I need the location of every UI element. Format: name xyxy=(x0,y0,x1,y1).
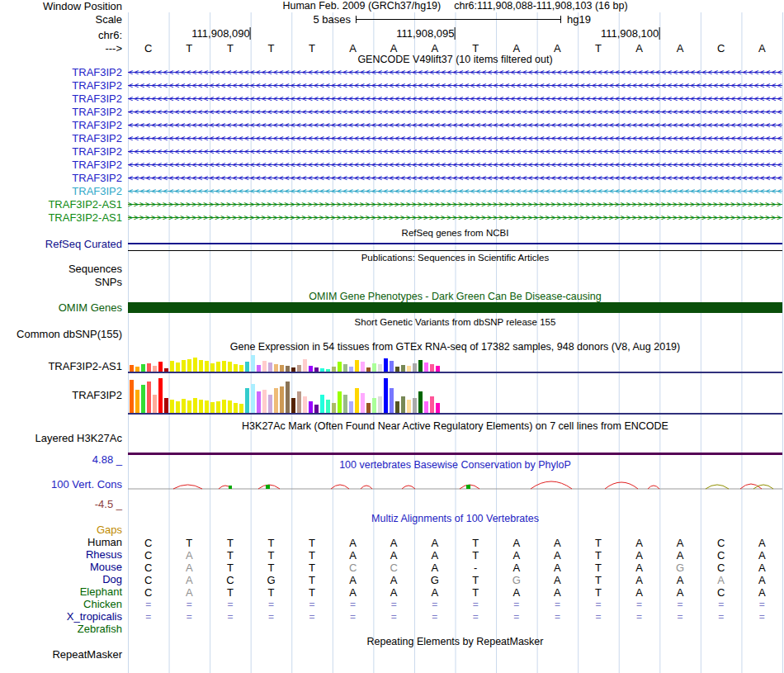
gtex-tissue-bar[interactable] xyxy=(234,403,238,413)
gtex-tissue-bar[interactable] xyxy=(355,388,359,413)
gtex-tissue-bar[interactable] xyxy=(193,358,197,372)
gene-transcript-label[interactable]: TRAF3IP2 xyxy=(0,93,122,105)
gene-transcript-line[interactable]: >>>>>>>>>>>>>>>>>>>>>>>>>>>>>>>>>>>>>>>>… xyxy=(128,211,782,225)
common-dbsnp-label[interactable]: Common dbSNP(155) xyxy=(0,329,122,340)
gene-transcript-label[interactable]: TRAF3IP2 xyxy=(0,120,122,131)
gtex-tissue-bar[interactable] xyxy=(297,365,301,372)
gtex-tissue-bar[interactable] xyxy=(338,391,342,413)
gtex-tissue-bar[interactable] xyxy=(436,403,440,413)
gtex-expression-chart-traf3ip2[interactable] xyxy=(130,376,443,413)
gene-transcript-line[interactable]: <<<<<<<<<<<<<<<<<<<<<<<<<<<<<<<<<<<<<<<<… xyxy=(128,92,782,106)
gene-transcript-label[interactable]: TRAF3IP2-AS1 xyxy=(0,212,122,224)
gtex-tissue-bar[interactable] xyxy=(286,382,290,413)
gtex-tissue-bar[interactable] xyxy=(390,388,394,413)
gtex-tissue-bar[interactable] xyxy=(239,404,243,413)
gtex-tissue-bar[interactable] xyxy=(262,361,267,372)
species-label[interactable]: X_tropicalis xyxy=(0,611,122,623)
gtex-tissue-bar[interactable] xyxy=(147,363,151,372)
gene-transcript-row[interactable]: TRAF3IP2-AS1>>>>>>>>>>>>>>>>>>>>>>>>>>>>… xyxy=(0,211,784,225)
repeatmasker-label[interactable]: RepeatMasker xyxy=(0,649,122,661)
gtex-tissue-bar[interactable] xyxy=(314,405,319,413)
gene-transcript-row[interactable]: TRAF3IP2<<<<<<<<<<<<<<<<<<<<<<<<<<<<<<<<… xyxy=(0,145,784,159)
gtex-tissue-bar[interactable] xyxy=(372,363,376,372)
gtex-tissue-bar[interactable] xyxy=(251,355,255,372)
gtex-tissue-bar[interactable] xyxy=(176,401,180,413)
gene-transcript-label[interactable]: TRAF3IP2 xyxy=(0,146,122,158)
publications-snps-label[interactable]: SNPs xyxy=(0,277,122,288)
gene-transcript-row[interactable]: TRAF3IP2<<<<<<<<<<<<<<<<<<<<<<<<<<<<<<<<… xyxy=(0,185,784,198)
ruler-tick[interactable]: 111,908,095 xyxy=(396,27,455,40)
gene-transcript-line[interactable]: <<<<<<<<<<<<<<<<<<<<<<<<<<<<<<<<<<<<<<<<… xyxy=(128,132,782,145)
gtex-tissue-bar[interactable] xyxy=(343,364,347,372)
gtex-tissue-bar[interactable] xyxy=(372,398,376,413)
gtex-tissue-bar[interactable] xyxy=(164,398,168,413)
gene-transcript-line[interactable]: <<<<<<<<<<<<<<<<<<<<<<<<<<<<<<<<<<<<<<<<… xyxy=(128,145,782,159)
gtex-tissue-bar[interactable] xyxy=(182,399,186,413)
gtex-tissue-bar[interactable] xyxy=(210,363,215,372)
layered-h3k27ac-label[interactable]: Layered H3K27Ac xyxy=(0,433,122,444)
gtex-tissue-bar[interactable] xyxy=(239,365,243,372)
gtex-tissue-bar[interactable] xyxy=(355,360,359,372)
base-position-ruler[interactable]: 111,908,090111,908,095111,908,100 xyxy=(128,27,782,40)
ruler-tick[interactable]: 111,908,090 xyxy=(191,27,250,40)
gtex-tissue-bar[interactable] xyxy=(436,366,440,372)
publications-track-line[interactable] xyxy=(128,250,782,251)
gtex-tissue-bar[interactable] xyxy=(153,395,157,413)
gtex-tissue-bar[interactable] xyxy=(320,395,324,413)
gtex-tissue-bar[interactable] xyxy=(135,390,139,413)
gtex-tissue-bar[interactable] xyxy=(309,366,313,372)
gtex-tissue-bar[interactable] xyxy=(176,363,180,372)
species-label[interactable]: Chicken xyxy=(0,599,122,610)
gtex-tissue-bar[interactable] xyxy=(228,362,232,372)
gtex-tissue-bar[interactable] xyxy=(338,362,342,372)
vert-cons-label[interactable]: 100 Vert. Cons xyxy=(0,479,122,491)
gene-transcript-row[interactable]: TRAF3IP2<<<<<<<<<<<<<<<<<<<<<<<<<<<<<<<<… xyxy=(0,92,784,106)
gtex-tissue-bar[interactable] xyxy=(257,365,261,372)
gene-transcript-label[interactable]: TRAF3IP2 xyxy=(0,80,122,92)
ruler-tick[interactable]: 111,908,100 xyxy=(601,27,659,40)
gtex-tissue-bar[interactable] xyxy=(424,401,428,413)
gtex-tissue-bar[interactable] xyxy=(418,360,423,372)
gtex-tissue-bar[interactable] xyxy=(332,403,336,413)
gtex-tissue-bar[interactable] xyxy=(274,388,278,413)
alignment-row-mouse[interactable]: MouseCATTTCCA-AATAGCA xyxy=(0,562,784,574)
alignment-row-chicken[interactable]: Chicken================ xyxy=(0,599,784,611)
gtex-tissue-bar[interactable] xyxy=(153,366,157,372)
gtex-tissue-bar[interactable] xyxy=(361,362,365,372)
gtex-tissue-bar[interactable] xyxy=(401,365,405,372)
species-label[interactable]: Rhesus xyxy=(0,549,122,561)
alignment-row-rhesus[interactable]: RhesusCATTTAAATAATAACA xyxy=(0,549,784,562)
species-label[interactable]: Mouse xyxy=(0,562,122,573)
gtex-tissue-bar[interactable] xyxy=(268,363,272,372)
refseq-curated-track-line[interactable] xyxy=(128,243,782,244)
gene-transcript-row[interactable]: TRAF3IP2<<<<<<<<<<<<<<<<<<<<<<<<<<<<<<<<… xyxy=(0,132,784,145)
gtex-tissue-bar[interactable] xyxy=(401,396,405,413)
gtex-tissue-bar[interactable] xyxy=(280,365,284,372)
gtex-tissue-bar[interactable] xyxy=(130,365,134,372)
alignment-row-elephant[interactable]: ElephantCATTTAAATAATAACA xyxy=(0,586,784,599)
alignment-row-zebrafish[interactable]: Zebrafish xyxy=(0,623,784,636)
h3k27ac-signal-line[interactable] xyxy=(128,453,782,455)
gtex-tissue-bar[interactable] xyxy=(378,396,382,413)
gtex-tissue-bar[interactable] xyxy=(216,401,220,413)
gtex-tissue-bar[interactable] xyxy=(384,358,388,372)
gtex-tissue-bar[interactable] xyxy=(390,361,394,372)
gene-transcript-line[interactable]: <<<<<<<<<<<<<<<<<<<<<<<<<<<<<<<<<<<<<<<<… xyxy=(128,159,782,172)
gtex-tissue-bar[interactable] xyxy=(216,362,220,372)
gtex-tissue-bar[interactable] xyxy=(199,400,203,413)
gene-transcript-line[interactable]: >>>>>>>>>>>>>>>>>>>>>>>>>>>>>>>>>>>>>>>>… xyxy=(128,198,782,211)
gene-transcript-label[interactable]: TRAF3IP2 xyxy=(0,133,122,145)
gtex-tissue-bar[interactable] xyxy=(141,364,145,372)
gtex-tissue-bar[interactable] xyxy=(187,400,191,413)
gene-transcript-row[interactable]: TRAF3IP2<<<<<<<<<<<<<<<<<<<<<<<<<<<<<<<<… xyxy=(0,159,784,172)
omim-genes-label[interactable]: OMIM Genes xyxy=(0,302,122,313)
gtex-tissue-bar[interactable] xyxy=(274,364,278,372)
gtex-tissue-bar[interactable] xyxy=(257,391,261,413)
gtex-tissue-bar[interactable] xyxy=(228,400,232,413)
omim-gene-bar[interactable] xyxy=(128,302,782,313)
alignment-row-human[interactable]: HumanCTTTTAAATAATAACA xyxy=(0,537,784,549)
species-label[interactable]: Zebrafish xyxy=(0,623,122,635)
gene-transcript-label[interactable]: TRAF3IP2 xyxy=(0,67,122,78)
gene-transcript-line[interactable]: <<<<<<<<<<<<<<<<<<<<<<<<<<<<<<<<<<<<<<<<… xyxy=(128,172,782,185)
gtex-tissue-bar[interactable] xyxy=(430,364,434,372)
